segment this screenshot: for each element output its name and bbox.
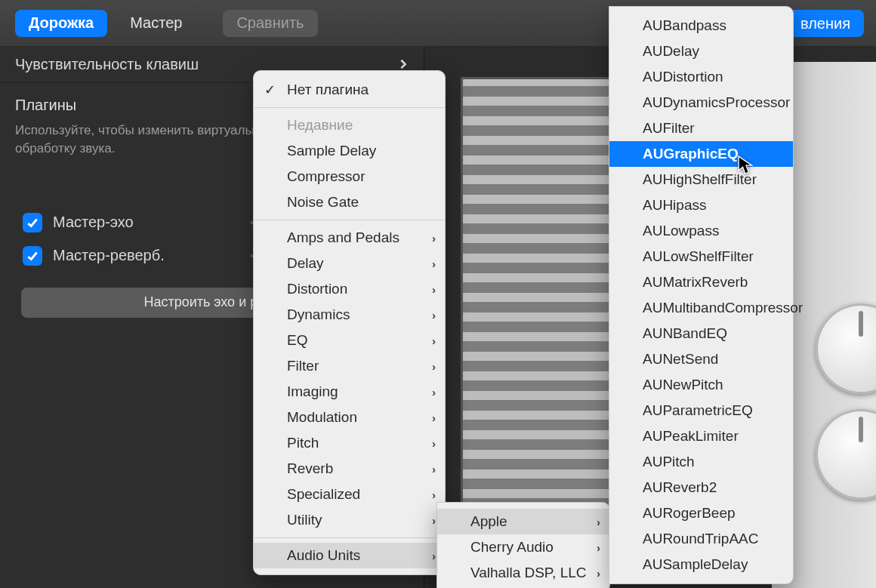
menu-item-audio-unit[interactable]: AUSampleDelay [609,552,793,577]
menu-item-label: AUParametricEQ [643,402,753,419]
menu-item-audio-unit[interactable]: AUMultibandCompressor [609,295,793,321]
menu-item-label: Valhalla DSP, LLC [470,565,587,581]
menu-item-label: AUNewPitch [643,377,723,393]
menu-item-label: AUSampleDelay [643,556,748,573]
chevron-right-icon: › [432,488,436,501]
menu-item-vendor[interactable]: Valhalla DSP, LLC› [437,560,609,586]
menu-item-audio-unit[interactable]: AULowpass [609,218,793,244]
menu-item-label: AUPeakLimiter [643,428,739,445]
menu-item-recent[interactable]: Sample Delay [254,138,445,164]
menu-item-label: Нет плагина [287,82,369,98]
menu-item-audio-unit[interactable]: AUReverb2 [609,475,793,500]
menu-item-label: Amps and Pedals [287,229,399,246]
menu-item-label: AUNetSend [643,351,718,368]
chevron-right-icon: › [432,463,436,476]
audio-units-menu[interactable]: AUBandpassAUDelayAUDistortionAUDynamicsP… [609,6,794,584]
menu-item-category[interactable]: Pitch› [254,430,445,456]
chevron-right-icon: › [597,516,600,528]
menu-item-category[interactable]: Utility› [254,507,445,533]
menu-item-category[interactable]: EQ› [254,328,445,353]
menu-item-label: AUMatrixReverb [643,274,748,291]
menu-item-label: Utility [287,512,322,528]
menu-item-label: AUBandpass [643,17,726,34]
right-button-partial[interactable]: вления [787,10,864,37]
menu-item-audio-unit[interactable]: AUHipass [609,192,793,218]
tab-master[interactable]: Мастер [116,10,196,37]
chevron-right-icon: › [432,437,436,450]
menu-item-audio-unit[interactable]: AUHighShelfFilter [609,167,793,192]
sensitivity-label: Чувствительность клавиш [15,56,199,73]
menu-item-audio-unit[interactable]: AUFilter [609,115,793,141]
chevron-right-icon: › [432,334,436,347]
menu-item-vendor[interactable]: Apple› [437,509,609,534]
compare-button[interactable]: Сравнить [223,10,317,37]
menu-item-category[interactable]: Distortion› [254,276,445,302]
menu-item-label: AUReverb2 [643,479,717,496]
menu-item-label: Sample Delay [287,143,376,159]
chevron-right-icon: › [432,360,436,373]
chevron-right-icon: › [432,411,436,424]
menu-item-category[interactable]: Amps and Pedals› [254,225,445,251]
menu-item-category[interactable]: Imaging› [254,379,445,405]
chevron-right-icon: › [432,257,436,270]
menu-item-label: AUPitch [643,454,695,470]
menu-item-audio-unit[interactable]: AUNBandEQ [609,321,793,346]
menu-item-audio-unit[interactable]: AUParametricEQ [609,398,793,423]
menu-item-label: AUGraphicEQ [643,146,739,162]
menu-item-audio-unit[interactable]: AURogerBeep [609,500,793,526]
menu-item-label: AULowShelfFilter [643,248,754,265]
menu-item-label: AUMultibandCompressor [643,300,803,316]
menu-item-category[interactable]: Delay› [254,251,445,276]
menu-item-label: AURoundTripAAC [643,531,758,547]
master-echo-label: Мастер-эхо [53,214,134,231]
menu-item-recent[interactable]: Compressor [254,164,445,189]
menu-item-label: Compressor [287,168,365,185]
menu-item-label: Недавние [287,117,353,134]
menu-item-label: Apple [470,513,507,530]
chevron-right-icon: › [432,232,436,245]
menu-item-audio-unit[interactable]: AUBandpass [609,13,793,38]
menu-item-audio-unit[interactable]: AUDelay [609,38,793,64]
plugin-menu[interactable]: ✓ Нет плагина Недавние Sample Delay Comp… [253,70,446,575]
tab-track[interactable]: Дорожка [15,10,107,37]
menu-item-audio-unit[interactable]: AUMatrixReverb [609,269,793,295]
menu-item-audio-unit[interactable]: AUNetSend [609,346,793,372]
menu-item-label: Filter [287,358,319,374]
menu-item-category[interactable]: Modulation› [254,405,445,430]
menu-item-category[interactable]: Specialized› [254,482,445,507]
menu-item-label: Delay [287,255,324,272]
menu-item-audio-unit[interactable]: AUDynamicsProcessor [609,90,793,115]
menu-item-audio-unit[interactable]: AUPitch [609,449,793,475]
menu-item-label: AUNBandEQ [643,325,727,342]
menu-item-audio-unit[interactable]: AUDistortion [609,64,793,90]
menu-item-vendor[interactable]: Cherry Audio› [437,534,609,560]
menu-item-label: Dynamics [287,306,350,323]
menu-item-label: Reverb [287,460,333,477]
menu-item-no-plugin[interactable]: ✓ Нет плагина [254,77,445,103]
menu-item-category[interactable]: Dynamics› [254,302,445,328]
chevron-right-icon: › [597,541,600,554]
menu-item-audio-unit[interactable]: AURoundTripAAC [609,526,793,552]
chevron-right-icon: › [432,309,436,322]
menu-item-audio-units[interactable]: Audio Units› [254,543,445,568]
vendor-menu[interactable]: Apple› Cherry Audio› Valhalla DSP, LLC› [436,502,610,588]
menu-item-category[interactable]: Filter› [254,353,445,379]
menu-item-label: AUDistortion [643,69,723,85]
menu-item-audio-unit[interactable]: AUNewPitch [609,372,793,398]
menu-item-label: Noise Gate [287,194,359,211]
menu-header-recent: Недавние [254,112,445,138]
chevron-right-icon: › [432,550,436,562]
menu-item-label: AUFilter [643,120,695,137]
menu-item-recent[interactable]: Noise Gate [254,189,445,215]
menu-item-label: Specialized [287,486,360,503]
menu-item-category[interactable]: Reverb› [254,456,445,482]
menu-item-label: AUDynamicsProcessor [643,94,790,111]
master-echo-checkbox[interactable] [23,213,42,232]
master-reverb-checkbox[interactable] [23,246,42,266]
menu-item-label: Cherry Audio [470,539,554,556]
menu-item-audio-unit[interactable]: AUGraphicEQ [609,141,793,167]
menu-item-audio-unit[interactable]: AULowShelfFilter [609,244,793,269]
menu-item-audio-unit[interactable]: AUPeakLimiter [609,423,793,449]
menu-item-label: AURogerBeep [643,505,736,522]
menu-item-label: Pitch [287,435,319,451]
